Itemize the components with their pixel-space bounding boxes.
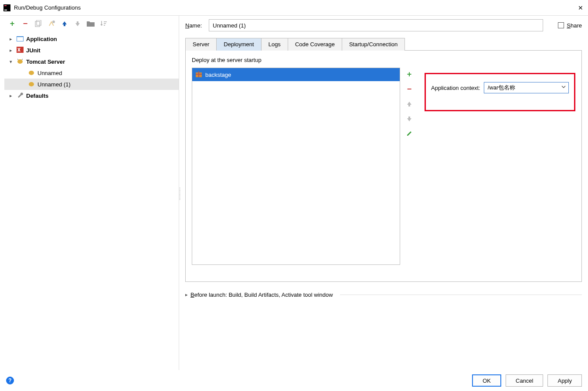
- splitter[interactable]: [179, 188, 180, 201]
- svg-rect-3: [35, 21, 40, 27]
- before-launch-row[interactable]: ▸ Before launch: Build, Build Artifacts,…: [185, 292, 582, 298]
- artifact-icon: [196, 71, 202, 79]
- chevron-right-icon: ▸: [8, 93, 14, 99]
- deploy-side-buttons: + −: [404, 68, 414, 265]
- intellij-icon: [3, 4, 10, 11]
- window-title: Run/Debug Configurations: [14, 4, 577, 11]
- chevron-right-icon: ▸: [8, 36, 14, 42]
- svg-rect-1: [4, 5, 7, 6]
- svg-point-9: [17, 59, 23, 64]
- tree-item-unnamed[interactable]: Unnamed: [4, 67, 179, 79]
- wrench-icon: [17, 92, 24, 99]
- sidebar: + − ▸ Application ▸ JUnit ▾ Tom: [0, 16, 179, 370]
- tomcat-icon: [28, 69, 35, 77]
- sidebar-toolbar: + −: [0, 19, 179, 33]
- deploy-item-label: backstage: [205, 72, 231, 78]
- move-artifact-up-button[interactable]: [404, 99, 414, 109]
- before-launch-label: Before launch: Build, Build Artifacts, A…: [190, 292, 333, 298]
- tree-item-application[interactable]: ▸ Application: [4, 33, 179, 45]
- tab-logs[interactable]: Logs: [261, 38, 288, 51]
- remove-config-button[interactable]: −: [21, 19, 30, 28]
- highlight-box: Application context:: [425, 73, 575, 111]
- svg-rect-8: [17, 47, 24, 53]
- svg-rect-2: [4, 10, 7, 10]
- tree-item-tomcat[interactable]: ▾ Tomcat Server: [4, 56, 179, 67]
- content-panel: Name: Share Server Deployment Logs Code …: [179, 16, 588, 370]
- copy-config-button[interactable]: [34, 19, 43, 28]
- context-label: Application context:: [431, 85, 480, 91]
- tab-deployment[interactable]: Deployment: [216, 38, 261, 51]
- config-tree[interactable]: ▸ Application ▸ JUnit ▾ Tomcat Server Un…: [0, 33, 179, 101]
- tomcat-icon: [28, 81, 35, 88]
- svg-point-5: [52, 21, 55, 23]
- application-icon: [17, 35, 24, 43]
- chevron-right-icon: ▸: [185, 292, 188, 298]
- tomcat-icon: [17, 58, 24, 65]
- tab-server[interactable]: Server: [185, 38, 217, 51]
- tab-startup-connection[interactable]: Startup/Connection: [342, 38, 405, 51]
- cancel-button[interactable]: Cancel: [506, 374, 543, 387]
- add-artifact-button[interactable]: +: [404, 69, 414, 79]
- checkbox-icon: [558, 22, 564, 28]
- tab-bar: Server Deployment Logs Code Coverage Sta…: [185, 38, 582, 51]
- close-button[interactable]: ✕: [577, 4, 585, 12]
- footer: ? OK Cancel Apply: [0, 370, 588, 391]
- remove-artifact-button[interactable]: −: [404, 84, 414, 94]
- context-input[interactable]: [484, 82, 569, 93]
- chevron-down-icon: ▾: [8, 59, 14, 65]
- save-config-button[interactable]: [47, 19, 56, 28]
- tab-content: Deploy at the server startup backstage +…: [185, 51, 582, 282]
- share-checkbox[interactable]: Share: [558, 22, 582, 29]
- move-artifact-down-button[interactable]: [404, 114, 414, 123]
- tree-item-defaults[interactable]: ▸ Defaults: [4, 90, 179, 101]
- svg-point-10: [29, 71, 34, 75]
- edit-artifact-button[interactable]: [404, 129, 414, 138]
- tab-code-coverage[interactable]: Code Coverage: [288, 38, 342, 51]
- deploy-list[interactable]: backstage: [192, 68, 400, 265]
- tree-item-unnamed-1[interactable]: Unnamed (1): [4, 79, 179, 90]
- svg-rect-14: [196, 74, 202, 75]
- deploy-item[interactable]: backstage: [192, 68, 400, 81]
- move-down-button[interactable]: [73, 19, 82, 28]
- name-input[interactable]: [209, 19, 543, 31]
- folder-button[interactable]: [86, 19, 95, 28]
- chevron-right-icon: ▸: [8, 48, 14, 53]
- title-bar: Run/Debug Configurations ✕: [0, 0, 588, 16]
- context-panel: Application context:: [418, 68, 575, 265]
- deploy-header: Deploy at the server startup: [192, 57, 575, 63]
- move-up-button[interactable]: [60, 19, 69, 28]
- name-label: Name:: [185, 22, 209, 29]
- sort-button[interactable]: [99, 19, 108, 28]
- add-config-button[interactable]: +: [8, 19, 17, 28]
- apply-button[interactable]: Apply: [547, 374, 582, 387]
- svg-rect-7: [17, 37, 23, 41]
- svg-point-11: [29, 82, 34, 86]
- svg-rect-4: [37, 20, 41, 25]
- junit-icon: [17, 47, 24, 54]
- tree-item-junit[interactable]: ▸ JUnit: [4, 45, 179, 56]
- ok-button[interactable]: OK: [472, 374, 501, 387]
- help-button[interactable]: ?: [6, 377, 14, 384]
